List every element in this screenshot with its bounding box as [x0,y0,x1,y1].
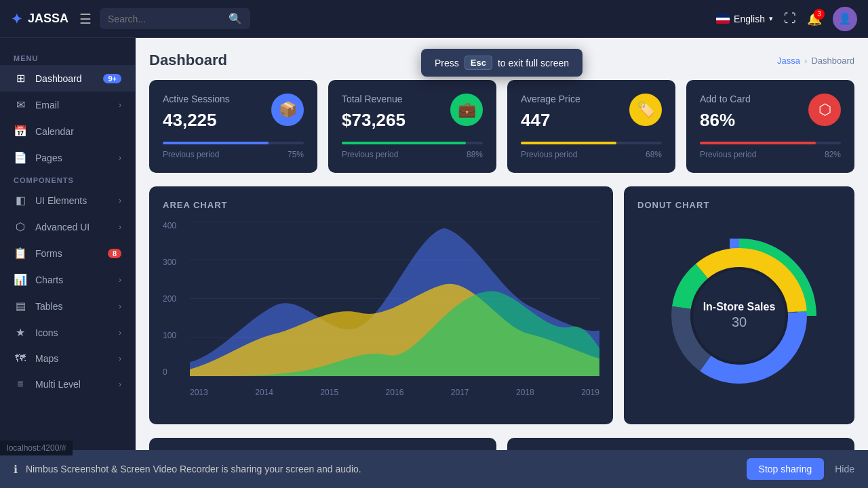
esc-key: Esc [465,56,492,70]
notification-button[interactable]: 🔔 3 [807,12,822,26]
sidebar-item-label: Charts [35,274,111,285]
toast-press: Press [435,58,459,68]
stat-value: $73,265 [342,110,406,131]
notification-bar: ℹ Nimbus Screenshot & Screen Video Recor… [0,450,868,488]
search-bar: 🔍 [100,8,250,29]
stat-card-average-price: Average Price 447 🏷️ Previous period 68% [507,80,675,173]
stop-sharing-button[interactable]: Stop sharing [747,458,825,480]
stat-card-active-sessions: Active Sessions 43,225 📦 Previous period… [149,80,317,173]
stat-card-total-revenue: Total Revenue $73,265 💼 Previous period … [328,80,496,173]
sidebar-item-label: Multi Level [35,379,111,390]
sidebar-item-label: Maps [35,353,111,364]
topnav-right: English ▾ ⛶ 🔔 3 👤 [716,7,857,31]
sidebar-item-pages[interactable]: 📄 Pages › [0,144,135,171]
chevron-right-icon: › [119,100,121,110]
sidebar-item-label: Forms [35,248,100,259]
notification-text: Nimbus Screenshot & Screen Video Recorde… [26,464,738,474]
stat-icon: 📦 [271,94,304,126]
stat-label: Add to Card [700,94,751,104]
icons-icon: ★ [14,326,27,339]
forms-icon: 📋 [14,247,27,260]
x-axis-labels: 2013 2014 2015 2016 2017 2018 2019 [190,388,599,397]
page-title: Dashboard [149,52,227,69]
breadcrumb-current: Dashboard [811,56,854,66]
stat-icon: ⬡ [808,94,841,126]
sidebar-item-icons[interactable]: ★ Icons › [0,319,135,346]
language-button[interactable]: English ▾ [716,14,773,24]
stat-icon: 🏷️ [629,94,662,126]
charts-row: AREA CHART 400 300 200 100 0 [149,186,854,424]
charts-icon: 📊 [14,273,27,286]
sidebar-item-label: Icons [35,327,111,338]
x-label: 2017 [451,388,469,397]
donut-chart-wrap: In-Store Sales 30 [637,221,841,411]
sidebar-item-label: Calendar [35,126,121,137]
sidebar-item-multi-level[interactable]: ≡ Multi Level › [0,371,135,397]
chevron-right-icon: › [119,302,121,311]
sidebar-item-email[interactable]: ✉ Email › [0,92,135,118]
hamburger-button[interactable]: ☰ [79,11,92,27]
stat-value: 43,225 [163,110,230,131]
sidebar-item-calendar[interactable]: 📅 Calendar [0,118,135,144]
sidebar-item-label: UI Elements [35,195,111,206]
app-name: JASSA [28,12,68,26]
svg-text:In-Store Sales: In-Store Sales [703,301,776,312]
toast-message: to exit full screen [498,58,569,68]
pages-icon: 📄 [14,151,27,164]
sidebar-item-dashboard[interactable]: ⊞ Dashboard 9+ [0,65,135,92]
main-content: Press Esc to exit full screen Dashboard … [136,38,868,488]
chevron-right-icon: › [119,380,121,389]
sidebar-item-label: Advanced UI [35,222,111,232]
advanced-ui-icon: ⬡ [14,220,27,233]
stat-card-add-to-card: Add to Card 86% ⬡ Previous period 82% [686,80,854,173]
stat-label: Total Revenue [342,94,406,104]
x-label: 2018 [516,388,534,397]
y-label: 100 [163,331,186,340]
search-input[interactable] [108,14,223,24]
avatar[interactable]: 👤 [833,7,857,31]
stat-pct: 82% [825,150,841,159]
sidebar-item-maps[interactable]: 🗺 Maps › [0,346,135,371]
search-icon: 🔍 [229,12,242,25]
sidebar-item-advanced-ui[interactable]: ⬡ Advanced UI › [0,214,135,240]
area-chart-title: AREA CHART [163,200,599,210]
x-label: 2015 [320,388,338,397]
chevron-right-icon: › [119,275,121,285]
top-navigation: ✦ JASSA ☰ 🔍 English ▾ ⛶ 🔔 3 👤 [0,0,868,38]
sidebar-item-label: Pages [35,152,111,163]
sidebar-item-charts[interactable]: 📊 Charts › [0,266,135,293]
donut-svg: In-Store Sales 30 [658,235,821,397]
sidebar-item-ui-elements[interactable]: ◧ UI Elements › [0,187,135,214]
chevron-right-icon: › [119,328,121,338]
sidebar-item-label: Email [35,100,111,110]
fullscreen-button[interactable]: ⛶ [784,12,796,26]
main-layout: MENU ⊞ Dashboard 9+ ✉ Email › 📅 Calendar… [0,38,868,488]
components-section-label: COMPONENTS [0,171,135,187]
dashboard-icon: ⊞ [14,72,27,85]
chevron-right-icon: › [119,196,121,205]
area-chart-card: AREA CHART 400 300 200 100 0 [149,186,613,424]
forms-badge: 8 [108,249,121,258]
hide-button[interactable]: Hide [835,464,854,474]
stat-value: 86% [700,110,751,131]
stat-prev-label: Previous period [163,150,219,159]
sidebar-item-forms[interactable]: 📋 Forms 8 [0,240,135,266]
email-icon: ✉ [14,98,27,111]
sidebar: MENU ⊞ Dashboard 9+ ✉ Email › 📅 Calendar… [0,38,136,488]
calendar-icon: 📅 [14,125,27,138]
info-icon: ℹ [14,463,18,476]
chevron-down-icon: ▾ [769,14,773,23]
y-label: 200 [163,294,186,304]
stat-pct: 88% [467,150,483,159]
maps-icon: 🗺 [14,352,27,365]
breadcrumb-home[interactable]: Jassa [777,56,800,66]
sidebar-item-tables[interactable]: ▤ Tables › [0,293,135,319]
area-chart-wrap: 400 300 200 100 0 [163,221,599,397]
x-label: 2013 [190,388,208,397]
stat-label: Average Price [521,94,580,104]
notification-badge: 3 [814,9,825,20]
area-chart-svg [190,221,599,376]
stat-pct: 75% [288,150,304,159]
svg-text:30: 30 [732,314,747,329]
donut-chart-card: DONUT CHART [624,186,854,424]
